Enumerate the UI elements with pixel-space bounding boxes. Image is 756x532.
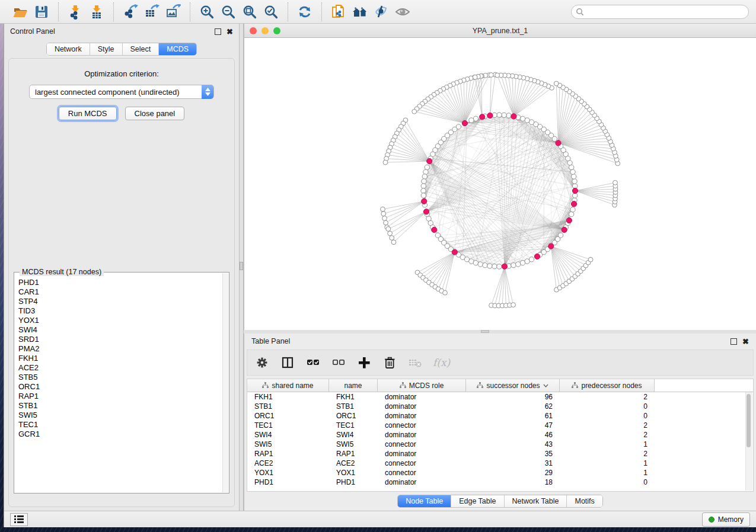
hide-details-eye-button[interactable] (371, 3, 392, 21)
import-table-button[interactable] (86, 3, 107, 21)
tab-motifs[interactable]: Motifs (567, 495, 602, 507)
table-row[interactable]: STB1STB1dominator620 (247, 402, 753, 411)
dominator-node[interactable] (427, 158, 432, 164)
tab-network[interactable]: Network (47, 43, 90, 55)
dominator-node[interactable] (423, 209, 429, 214)
table-row[interactable]: FKH1FKH1dominator962 (247, 392, 753, 402)
mcds-node-item[interactable]: SWI5 (18, 411, 229, 420)
table-row[interactable]: SWI4SWI4dominator462 (247, 430, 753, 440)
table-scrollbar[interactable] (745, 392, 752, 491)
close-table-panel-button[interactable]: ✖ (742, 339, 749, 344)
home-gallery-button[interactable] (349, 3, 371, 21)
select-all-checks-button[interactable] (305, 355, 321, 370)
settings-gear-button[interactable] (254, 355, 270, 370)
criterion-select[interactable]: largest connected component (undirected) (29, 85, 214, 99)
dominator-node[interactable] (511, 114, 516, 119)
column-header-predecessor-nodes[interactable]: predecessor nodes (560, 379, 655, 392)
mcds-node-item[interactable]: YOX1 (18, 316, 229, 325)
mcds-node-item[interactable]: ORC1 (18, 382, 229, 392)
refresh-layout-button[interactable] (294, 3, 315, 21)
horizontal-splitter[interactable] (244, 330, 756, 334)
tab-node-table[interactable]: Node Table (398, 495, 451, 507)
float-panel-button[interactable] (215, 28, 221, 35)
close-panel-button-mcds[interactable]: Close panel (125, 107, 185, 120)
dominator-node[interactable] (462, 120, 467, 126)
dominator-node[interactable] (422, 198, 427, 204)
float-table-panel-button[interactable] (731, 338, 737, 345)
mcds-node-item[interactable]: STB5 (18, 373, 229, 382)
mcds-node-item[interactable]: SRD1 (18, 335, 229, 344)
add-column-button[interactable] (356, 355, 372, 370)
table-row[interactable]: RAP1RAP1dominator352 (247, 449, 753, 459)
dominator-node[interactable] (548, 243, 554, 249)
export-image-button[interactable] (162, 3, 184, 21)
zoom-fit-button[interactable] (239, 3, 260, 21)
memory-button[interactable]: Memory (702, 512, 750, 527)
mcds-node-item[interactable]: STP4 (18, 297, 229, 306)
dominator-node[interactable] (562, 227, 567, 232)
deselect-all-boxes-button[interactable] (331, 355, 346, 370)
table-row[interactable]: ORC1ORC1dominator610 (247, 411, 753, 421)
column-header-MCDS-role[interactable]: MCDS role (378, 379, 466, 392)
close-panel-button[interactable]: ✖ (227, 29, 233, 34)
vertical-splitter[interactable] (239, 24, 244, 511)
mcds-node-item[interactable]: STB1 (18, 401, 229, 411)
table-row[interactable]: SWI5SWI5connector431 (247, 440, 753, 449)
column-header-successor-nodes[interactable]: successor nodes (466, 379, 560, 392)
dominator-node[interactable] (572, 201, 577, 207)
table-row[interactable]: ACE2ACE2connector311 (247, 459, 753, 468)
mcds-node-item[interactable]: FKH1 (18, 354, 229, 363)
table-scrollbar-thumb[interactable] (747, 394, 751, 447)
splitter-handle-h[interactable] (481, 330, 489, 333)
tab-edge-table[interactable]: Edge Table (451, 495, 504, 507)
export-table-button[interactable] (141, 3, 162, 21)
dominator-node[interactable] (556, 140, 561, 146)
dominator-node[interactable] (452, 249, 457, 255)
zoom-in-button[interactable] (196, 3, 218, 21)
mcds-node-item[interactable]: GCR1 (18, 430, 229, 439)
mcds-node-item[interactable]: ACE2 (18, 363, 229, 373)
network-canvas[interactable] (244, 38, 756, 330)
zoom-selected-button[interactable] (260, 3, 282, 21)
save-session-button[interactable] (31, 3, 52, 21)
dominator-node[interactable] (432, 227, 437, 232)
split-columns-button[interactable] (280, 355, 295, 370)
mcds-node-item[interactable]: TID3 (18, 306, 229, 316)
network-document-button[interactable] (328, 3, 349, 21)
cell-predecessor-nodes: 0 (560, 402, 655, 411)
splitter-handle[interactable] (240, 262, 243, 270)
table-row[interactable]: TEC1TEC1connector472 (247, 421, 753, 430)
mcds-node-item[interactable]: TEC1 (18, 420, 229, 430)
show-details-eye-icon (395, 4, 410, 20)
dominator-node[interactable] (502, 264, 507, 269)
column-header-shared-name[interactable]: shared name (247, 379, 329, 392)
task-history-button[interactable] (10, 513, 28, 526)
search-input[interactable] (571, 5, 749, 19)
zoom-out-button[interactable] (218, 3, 239, 21)
tab-select[interactable]: Select (123, 43, 160, 55)
mcds-node-item[interactable]: PMA2 (18, 344, 229, 354)
table-row[interactable]: YOX1YOX1connector291 (247, 468, 753, 477)
open-file-button[interactable] (9, 3, 31, 21)
export-network-button[interactable] (120, 3, 141, 21)
dominator-node[interactable] (487, 113, 493, 118)
table-row[interactable]: PHD1PHD1dominator180 (247, 477, 753, 487)
dominator-node[interactable] (572, 188, 578, 193)
import-network-button[interactable] (65, 3, 86, 21)
show-details-eye-button[interactable] (392, 3, 413, 21)
run-mcds-button[interactable]: Run MCDS (59, 107, 117, 120)
column-type-icon (262, 382, 269, 389)
dominator-node[interactable] (534, 254, 540, 259)
dominator-node[interactable] (566, 217, 572, 223)
tab-style[interactable]: Style (90, 43, 123, 55)
mcds-list-scrollbar[interactable] (222, 273, 228, 492)
mcds-node-item[interactable]: RAP1 (18, 392, 229, 401)
tab-mcds[interactable]: MCDS (159, 43, 196, 55)
dominator-node[interactable] (480, 114, 485, 120)
mcds-node-item[interactable]: SWI4 (18, 325, 229, 335)
column-header-name[interactable]: name (329, 379, 378, 392)
delete-column-button[interactable] (382, 355, 397, 370)
tab-network-table[interactable]: Network Table (505, 495, 567, 507)
mcds-node-item[interactable]: PHD1 (18, 278, 229, 287)
mcds-node-item[interactable]: CAR1 (18, 287, 229, 297)
